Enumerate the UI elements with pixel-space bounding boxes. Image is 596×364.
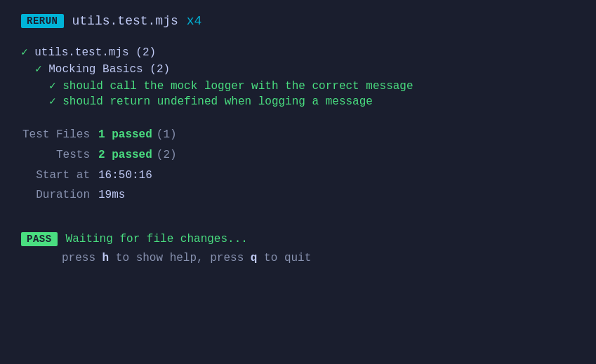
checkmark-root: ✓ xyxy=(21,46,28,59)
help-prefix: press xyxy=(62,252,102,264)
filename-label: utils.test.mjs xyxy=(72,14,178,28)
rerun-badge[interactable]: RERUN xyxy=(21,14,64,28)
help-suffix: to quit xyxy=(257,252,311,264)
test-cases: ✓ should call the mock logger with the c… xyxy=(35,79,575,108)
pass-row: PASS Waiting for file changes... xyxy=(21,232,575,246)
stat-tests-count: (2) xyxy=(157,145,177,166)
run-count-label: x4 xyxy=(187,14,202,28)
stat-tests-value: 2 passed xyxy=(98,145,152,166)
checkmark-sub: ✓ xyxy=(35,63,42,76)
sub-suite-row: ✓ Mocking Basics (2) xyxy=(35,62,575,76)
stat-start-label: Start at xyxy=(21,166,98,186)
test-case-2: ✓ should return undefined when logging a… xyxy=(49,94,575,108)
stat-test-files-count: (1) xyxy=(157,125,177,145)
header-row: RERUN utils.test.mjs x4 xyxy=(21,14,575,28)
test-case-1-label: should call the mock logger with the cor… xyxy=(62,80,413,93)
suite-root-label: utils.test.mjs (2) xyxy=(34,46,156,59)
stats-section: Test Files 1 passed (1) Tests 2 passed (… xyxy=(21,125,575,205)
test-results: ✓ utils.test.mjs (2) ✓ Mocking Basics (2… xyxy=(21,45,575,108)
help-mid: to show help, press xyxy=(109,252,251,264)
stat-test-files-value: 1 passed xyxy=(98,125,152,145)
sub-suite: ✓ Mocking Basics (2) ✓ should call the m… xyxy=(21,62,575,108)
stat-test-files: Test Files 1 passed (1) xyxy=(21,125,575,145)
stat-duration-label: Duration xyxy=(21,185,98,205)
stat-duration: Duration 19ms xyxy=(21,185,575,205)
stat-tests-label: Tests xyxy=(21,145,98,166)
stat-tests: Tests 2 passed (2) xyxy=(21,145,575,166)
checkmark-test-1: ✓ xyxy=(49,80,56,93)
suite-root: ✓ utils.test.mjs (2) xyxy=(21,45,575,59)
pass-badge: PASS xyxy=(21,232,58,246)
stat-duration-value: 19ms xyxy=(98,185,125,205)
help-text-row: press h to show help, press q to quit xyxy=(21,252,575,264)
test-case-2-label: should return undefined when logging a m… xyxy=(62,95,373,108)
stat-start: Start at 16:50:16 xyxy=(21,166,575,186)
footer-section: PASS Waiting for file changes... press h… xyxy=(21,225,575,264)
stat-start-value: 16:50:16 xyxy=(98,166,152,186)
sub-suite-name: Mocking Basics (2) xyxy=(48,63,170,76)
test-case-1: ✓ should call the mock logger with the c… xyxy=(49,79,575,93)
waiting-text: Waiting for file changes... xyxy=(66,233,248,245)
stat-test-files-label: Test Files xyxy=(21,125,98,145)
help-key-h: h xyxy=(102,252,110,264)
checkmark-test-2: ✓ xyxy=(49,95,56,108)
